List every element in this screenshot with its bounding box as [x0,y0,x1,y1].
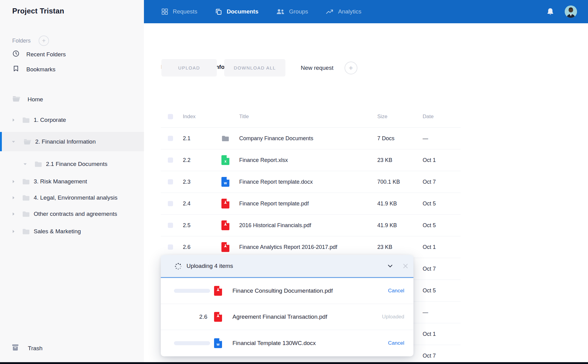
table-row[interactable]: 2.52016 Historical Financials.pdf41.9 KB… [161,215,461,236]
nav-tab-analytics[interactable]: Analytics [326,8,361,15]
cell-title: Finance Report.xlsx [239,157,288,163]
cell-index: 2.2 [183,157,190,163]
cell-size: 700.1 KB [377,179,400,185]
folder-icon [221,133,229,143]
tree-item-2-1-finance-documents[interactable]: 2.1 Finance Documents [0,156,144,172]
table-row[interactable]: 2.1Company Finance Documents7 Docs— [161,128,461,149]
column-header-date: Date [423,114,434,120]
caret-down-icon[interactable] [11,139,16,144]
row-checkbox[interactable] [168,136,173,141]
cell-index: 2.6 [183,244,190,250]
caret-right-icon[interactable] [11,195,16,200]
cell-index: 2.5 [183,222,190,229]
sidebar-item-label: Trash [28,345,43,352]
file-docx-icon: w [221,177,229,187]
cell-date: Oct 7 [423,266,436,272]
caret-right-icon[interactable] [11,212,16,216]
sidebar-item-label: Home [28,96,43,103]
cell-size: 41.9 KB [377,201,397,207]
notifications-bell-icon[interactable] [546,7,554,16]
upload-item-index: 2.6 [173,313,207,320]
add-folder-button[interactable]: + [39,36,49,46]
table-row[interactable]: 2.2xFinance Report.xlsx23 KBOct 1 [161,149,461,171]
sidebar-item-bookmarks[interactable]: Bookmarks [12,65,55,74]
file-xlsx-icon: x [221,155,229,165]
cell-date: Oct 5 [423,287,436,294]
cell-date: — [423,309,428,316]
uploaded-status-label: Uploaded [382,314,404,320]
tree-item-label: 2.1 Finance Documents [46,161,107,167]
folder-icon [22,228,30,235]
new-request-label: New request [301,65,334,71]
tree-item-3-risk-management[interactable]: 3. Risk Management [0,174,144,190]
folder-icon [34,161,42,167]
sidebar-item-trash[interactable]: Trash [11,343,43,353]
row-checkbox[interactable] [168,201,173,206]
cancel-upload-button[interactable]: Cancel [388,340,404,346]
project-title: Project Tristan [12,7,64,15]
cell-index: 2.4 [183,201,190,207]
upload-button[interactable]: UPLOAD [161,59,217,77]
sidebar-item-label: Recent Folders [26,51,66,58]
file-pdf-icon [214,286,222,296]
file-docx-icon: w [214,338,222,348]
tree-item-4-legal-environmental-analysis[interactable]: 4. Legal, Environmental analysis [0,190,144,206]
row-checkbox[interactable] [168,245,173,250]
tree-item-sales-marketing[interactable]: Sales & Marketing [0,223,144,239]
folder-icon [22,178,30,185]
upload-item-row: wFinancial Template 130WC.docxCancel [161,330,413,356]
top-navigation: RequestsDocumentsGroupsAnalytics [144,0,588,23]
row-checkbox[interactable] [168,158,173,163]
chevron-down-icon[interactable] [387,263,394,269]
caret-down-icon[interactable] [23,162,28,167]
folder-icon [22,194,30,201]
row-checkbox[interactable] [168,223,173,228]
cell-date: — [423,135,428,142]
cell-index: 2.3 [183,179,190,185]
tree-item-label: 3. Risk Management [34,178,87,185]
caret-right-icon[interactable] [11,229,16,234]
tree-item-label: Other contracts and agreements [34,211,117,217]
nav-tab-documents[interactable]: Documents [215,8,258,15]
plus-circle-icon: + [345,62,357,74]
download-all-button[interactable]: DOWNLOAD ALL [224,59,285,77]
caret-right-icon[interactable] [11,118,16,122]
tree-item-2-financial-information[interactable]: 2. Financial Information [0,132,144,151]
nav-tab-requests[interactable]: Requests [161,8,197,15]
close-icon[interactable] [402,263,409,269]
tree-item-other-contracts-and-agreements[interactable]: Other contracts and agreements [0,206,144,222]
table-row[interactable]: 2.3wFinance Report template.docx700.1 KB… [161,171,461,193]
upload-progress-modal: Uploading 4 items Finance Consulting Doc… [161,255,413,356]
sidebar-item-home[interactable]: Home [12,95,43,104]
folder-open-icon [12,95,21,104]
grid-icon [161,8,168,15]
file-pdf-icon [221,199,229,208]
bottom-edge-bar [0,362,588,364]
file-pdf-icon [221,242,229,252]
cell-title: Finance Analytics Report 2016-2017.pdf [239,244,337,250]
upload-modal-title: Uploading 4 items [187,263,233,269]
row-checkbox[interactable] [168,179,173,185]
new-request-button[interactable]: New request + [301,59,357,77]
sidebar-item-label: Bookmarks [26,66,55,73]
tree-item-label: 2. Financial Information [35,138,96,145]
sidebar-item-recent-folders[interactable]: Recent Folders [12,50,66,59]
sidebar: Project Tristan Folders + Recent Folders… [0,0,144,364]
column-header-size: Size [377,114,387,120]
cell-date: Oct 1 [423,244,436,250]
cell-size: 23 KB [377,244,392,250]
nav-tab-groups[interactable]: Groups [276,8,308,15]
table-row[interactable]: 2.4Finance Report template.pdf41.9 KBOct… [161,193,461,215]
documents-icon [215,8,222,15]
column-header-index: Index [183,114,196,120]
svg-text:x: x [224,159,227,163]
tree-item-label: 4. Legal, Environmental analysis [34,194,118,201]
cell-size: 23 KB [377,157,392,163]
tree-item-1-corporate[interactable]: 1. Corporate [0,112,144,128]
cancel-upload-button[interactable]: Cancel [388,288,404,294]
select-all-checkbox[interactable] [168,114,173,119]
caret-right-icon[interactable] [11,179,16,184]
user-avatar[interactable] [565,6,577,18]
groups-icon [276,8,285,15]
analytics-icon [326,8,334,15]
